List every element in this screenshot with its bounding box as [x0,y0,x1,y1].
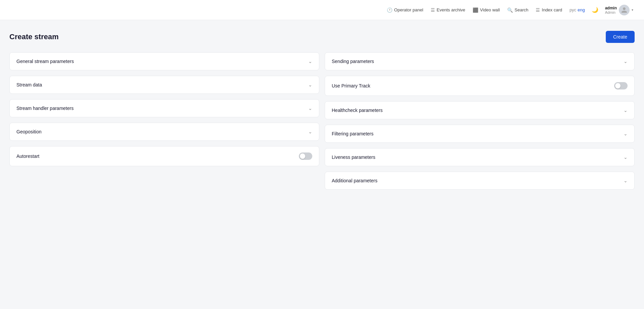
nav-operator-panel-label: Operator panel [394,7,423,12]
lang-eng-button[interactable]: eng [578,7,585,12]
left-column: General stream parameters ⌄ Stream data … [9,52,319,166]
theme-toggle-button[interactable]: 🌙 [589,4,601,16]
use-primary-track-toggle-row: Use Primary Track [325,76,635,96]
accordion-filtering-parameters-label: Filtering parameters [332,131,374,136]
chevron-down-icon: ⌄ [624,59,628,64]
avatar [619,5,630,15]
nav-video-wall[interactable]: ⬛ Video wall [469,5,503,15]
autorestart-toggle[interactable] [299,152,312,160]
accordion-healthcheck-parameters-header[interactable]: Healthcheck parameters ⌄ [325,102,634,119]
accordion-stream-data-label: Stream data [16,82,42,87]
index-card-icon: ☰ [536,7,540,13]
right-column: Sending parameters ⌄ Use Primary Track H… [325,52,635,190]
accordion-healthcheck-parameters-label: Healthcheck parameters [332,108,383,113]
language-switcher: рус eng [567,5,588,14]
search-icon: 🔍 [507,7,513,13]
nav-search-label: Search [515,7,528,12]
autorestart-toggle-row: Autorestart [9,146,319,166]
accordion-geoposition-header[interactable]: Geoposition ⌄ [10,123,319,140]
autorestart-label: Autorestart [16,153,39,159]
chevron-down-icon: ⌄ [308,129,312,134]
accordion-liveness-parameters: Liveness parameters ⌄ [325,148,635,166]
use-primary-track-toggle[interactable] [614,82,628,89]
accordion-general-stream-parameters-label: General stream parameters [16,59,74,64]
nav-index-card[interactable]: ☰ Index card [532,5,566,15]
page-title: Create stream [9,33,59,41]
accordion-filtering-parameters: Filtering parameters ⌄ [325,125,635,143]
nav-index-card-label: Index card [542,7,562,12]
accordion-stream-handler-parameters-label: Stream handler parameters [16,106,73,111]
accordion-liveness-parameters-label: Liveness parameters [332,154,375,160]
accordion-liveness-parameters-header[interactable]: Liveness parameters ⌄ [325,148,634,166]
chevron-down-icon: ⌄ [308,59,312,64]
accordion-filtering-parameters-header[interactable]: Filtering parameters ⌄ [325,125,634,142]
accordion-general-stream-parameters: General stream parameters ⌄ [9,52,319,70]
operator-panel-icon: 🕐 [387,7,392,13]
user-menu-chevron-icon: ▾ [632,8,633,12]
nav-operator-panel[interactable]: 🕐 Operator panel [383,5,427,15]
lang-rus-button[interactable]: рус [570,7,576,12]
accordion-geoposition-label: Geoposition [16,129,42,134]
accordion-stream-handler-parameters: Stream handler parameters ⌄ [9,99,319,117]
accordion-stream-data: Stream data ⌄ [9,76,319,94]
create-button[interactable]: Create [606,31,635,43]
chevron-down-icon: ⌄ [308,106,312,111]
chevron-down-icon: ⌄ [624,178,628,183]
accordion-additional-parameters: Additional parameters ⌄ [325,172,635,190]
nav-events-archive[interactable]: ☰ Events archive [427,5,469,15]
main-content: Create stream Create General stream para… [0,20,644,200]
user-info-text: admin Admin [605,6,617,14]
user-role: Admin [605,10,617,14]
accordion-stream-data-header[interactable]: Stream data ⌄ [10,76,319,94]
nav-video-wall-label: Video wall [480,7,500,12]
moon-icon: 🌙 [592,7,598,13]
main-header: 🕐 Operator panel ☰ Events archive ⬛ Vide… [0,0,644,20]
form-columns: General stream parameters ⌄ Stream data … [9,52,635,190]
accordion-geoposition: Geoposition ⌄ [9,123,319,141]
user-menu[interactable]: admin Admin ▾ [602,3,636,17]
events-archive-icon: ☰ [431,7,435,13]
page-header: Create stream Create [9,31,635,43]
chevron-down-icon: ⌄ [624,131,628,136]
accordion-general-stream-parameters-header[interactable]: General stream parameters ⌄ [10,53,319,70]
accordion-stream-handler-parameters-header[interactable]: Stream handler parameters ⌄ [10,100,319,117]
chevron-down-icon: ⌄ [308,82,312,87]
chevron-down-icon: ⌄ [624,154,628,160]
video-wall-icon: ⬛ [473,7,478,13]
accordion-sending-parameters-label: Sending parameters [332,59,374,64]
nav-search[interactable]: 🔍 Search [504,5,532,15]
accordion-additional-parameters-header[interactable]: Additional parameters ⌄ [325,172,634,189]
accordion-healthcheck-parameters: Healthcheck parameters ⌄ [325,101,635,119]
nav-events-archive-label: Events archive [437,7,465,12]
chevron-down-icon: ⌄ [624,108,628,113]
user-name: admin [605,6,617,10]
accordion-sending-parameters-header[interactable]: Sending parameters ⌄ [325,53,634,70]
accordion-additional-parameters-label: Additional parameters [332,178,377,183]
main-nav: 🕐 Operator panel ☰ Events archive ⬛ Vide… [383,5,566,15]
use-primary-track-label: Use Primary Track [332,83,370,88]
accordion-sending-parameters: Sending parameters ⌄ [325,52,635,70]
